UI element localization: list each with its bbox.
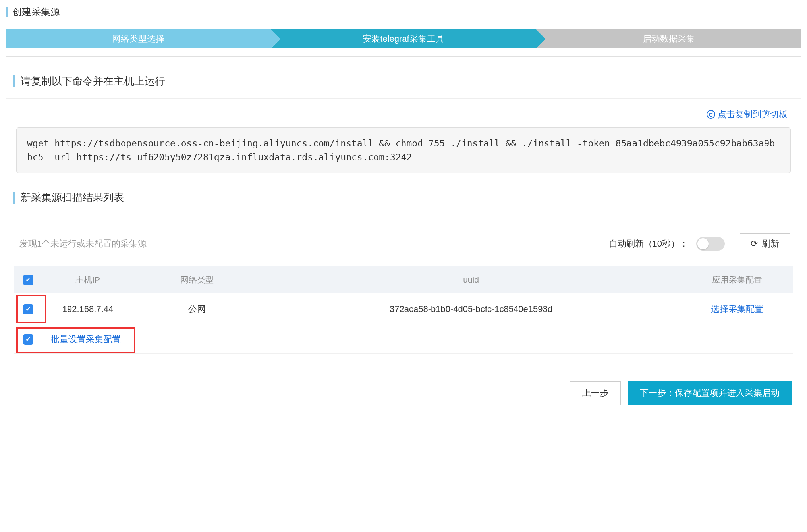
wizard-step-start[interactable]: 启动数据采集 [536, 29, 801, 48]
row-checkbox-cell[interactable]: ✓ [14, 304, 42, 314]
wizard-steps: 网络类型选择 安装telegraf采集工具 启动数据采集 [6, 29, 801, 48]
copy-link-label: 点击复制到剪切板 [718, 108, 788, 120]
row-network: 公网 [133, 303, 261, 315]
wizard-step-label: 安装telegraf采集工具 [363, 33, 444, 45]
header-ip: 主机IP [42, 274, 133, 285]
section-title: 新采集源扫描结果列表 [21, 191, 124, 204]
header-checkbox-cell[interactable]: ✓ [14, 275, 42, 285]
wizard-step-label: 启动数据采集 [643, 33, 695, 45]
batch-config-link[interactable]: 批量设置采集配置 [51, 333, 121, 345]
auto-refresh-label: 自动刷新（10秒）： [609, 238, 688, 250]
copyright-icon: C [707, 110, 715, 119]
toggle-knob [697, 238, 709, 249]
wizard-arrow-icon [271, 29, 280, 48]
page-title: 创建采集源 [12, 6, 60, 18]
next-step-button[interactable]: 下一步：保存配置项并进入采集启动 [628, 381, 792, 405]
header-config: 应用采集配置 [682, 274, 793, 285]
row-checkbox[interactable]: ✓ [23, 304, 33, 314]
title-accent-bar [6, 7, 8, 17]
collector-table: ✓ 主机IP 网络类型 uuid 应用采集配置 ✓ 192.168.7.44 公… [14, 266, 793, 354]
batch-checkbox-cell[interactable]: ✓ [14, 334, 42, 345]
wizard-step-label: 网络类型选择 [112, 33, 164, 45]
scan-result-count: 发现1个未运行或未配置的采集源 [19, 238, 147, 250]
table-row: ✓ 192.168.7.44 公网 372aca58-b1b0-4d05-bcf… [14, 293, 793, 325]
divider [6, 98, 801, 99]
wizard-step-install[interactable]: 安装telegraf采集工具 [271, 29, 536, 48]
refresh-button[interactable]: ⟳ 刷新 [740, 233, 790, 254]
footer-panel: 上一步 下一步：保存配置项并进入采集启动 [6, 374, 801, 412]
wizard-arrow-icon [536, 29, 546, 48]
batch-checkbox[interactable]: ✓ [23, 334, 33, 345]
row-ip: 192.168.7.44 [42, 304, 133, 314]
header-network: 网络类型 [133, 274, 261, 285]
scan-subheader-bar: 发现1个未运行或未配置的采集源 自动刷新（10秒）： ⟳ 刷新 [6, 222, 801, 260]
copy-to-clipboard-link[interactable]: C 点击复制到剪切板 [6, 106, 801, 127]
divider [6, 215, 801, 215]
install-command-box[interactable]: wget https://tsdbopensource.oss-cn-beiji… [16, 127, 791, 173]
select-config-link[interactable]: 选择采集配置 [711, 304, 763, 314]
section-header-scan: 新采集源扫描结果列表 [13, 191, 801, 204]
select-all-checkbox[interactable]: ✓ [23, 275, 33, 285]
header-uuid: uuid [261, 275, 682, 285]
prev-step-button[interactable]: 上一步 [570, 381, 621, 405]
table-header-row: ✓ 主机IP 网络类型 uuid 应用采集配置 [14, 266, 793, 293]
batch-row: ✓ 批量设置采集配置 [14, 325, 793, 354]
section-accent-bar [13, 192, 15, 204]
refresh-button-label: 刷新 [762, 238, 779, 250]
wizard-step-network[interactable]: 网络类型选择 [6, 29, 271, 48]
auto-refresh-toggle[interactable] [696, 237, 725, 251]
section-title: 请复制以下命令并在主机上运行 [21, 74, 165, 88]
main-panel: 请复制以下命令并在主机上运行 C 点击复制到剪切板 wget https://t… [6, 56, 801, 366]
refresh-icon: ⟳ [751, 239, 758, 249]
row-uuid: 372aca58-b1b0-4d05-bcfc-1c8540e1593d [261, 304, 682, 314]
section-header-command: 请复制以下命令并在主机上运行 [13, 74, 801, 88]
section-accent-bar [13, 75, 15, 87]
page-title-bar: 创建采集源 [6, 6, 801, 18]
